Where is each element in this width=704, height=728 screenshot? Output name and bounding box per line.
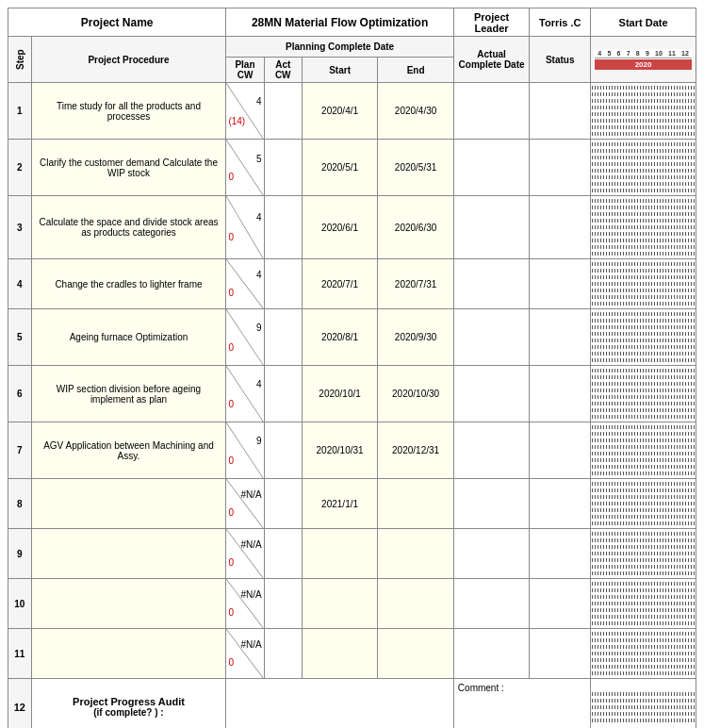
start-7: 2020/10/31 [302,422,377,479]
step-9: 9 [8,529,32,579]
svg-line-6 [226,422,263,478]
start-header: Start [302,58,377,83]
gantt-12 [591,679,696,729]
cw-cell-5: 9 0 [226,309,264,366]
procedure-9 [31,529,226,579]
end-5: 2020/9/30 [378,309,454,366]
actcw-7 [264,422,302,479]
actual-complete-date-header: Actual Complete Date [453,37,529,83]
end-9 [378,529,454,579]
procedure-4: Change the cradles to lighter frame [31,259,226,309]
procedure-6: WIP section division before ageing imple… [31,366,226,422]
table-row: 2 Clarify the customer demand Calculate … [8,140,696,196]
table-row: 5 Ageing furnace Optimization 9 0 2020/8… [8,309,696,366]
actcw-6 [264,366,302,422]
step-6: 6 [8,366,32,422]
gantt-6 [591,366,696,422]
cw-cell-9: #N/A 0 [226,529,264,579]
table-row: 4 Change the cradles to lighter frame 4 … [8,259,696,309]
gantt-3 [591,196,696,259]
procedure-10 [31,579,226,629]
status-11 [530,629,591,679]
status-8 [530,479,591,529]
step-header: Step [8,37,32,83]
cw-cell-2: 5 0 [226,140,264,196]
table-row: 1 Time study for all the products and pr… [8,83,696,140]
cw-cell-1: 4 (14) [226,83,264,140]
step-2: 2 [8,140,32,196]
project-audit-label: Project Progress Audit (if complete? ) : [31,679,226,729]
act-cw-header: Act CW [264,58,302,83]
actcw-11 [264,629,302,679]
status-1 [530,83,591,140]
start-5: 2020/8/1 [302,309,377,366]
actual-2 [453,140,529,196]
svg-line-4 [226,309,263,365]
start-4: 2020/7/1 [302,259,377,309]
gantt-4 [591,259,696,309]
actual-3 [453,196,529,259]
cw-cell-4: 4 0 [226,259,264,309]
cw-cell-7: 9 0 [226,422,264,479]
gantt-9 [591,529,696,579]
table-row: 3 Calculate the space and divide stock a… [8,196,696,259]
gantt-2 [591,140,696,196]
status-9 [530,529,591,579]
start-6: 2020/10/1 [302,366,377,422]
cw-cell-6: 4 0 [226,366,264,422]
procedure-5: Ageing furnace Optimization [31,309,226,366]
end-6: 2020/10/30 [378,366,454,422]
procedure-8 [31,479,226,529]
start-2: 2020/5/1 [302,140,377,196]
end-2: 2020/5/31 [378,140,454,196]
cw-cell-8: #N/A 0 [226,479,264,529]
step-7: 7 [8,422,32,479]
start-9 [302,529,377,579]
actcw-1 [264,83,302,140]
comment-cell: Comment : [453,679,590,729]
status-2 [530,140,591,196]
planning-complete-date-header: Planning Complete Date [226,37,453,58]
actual-1 [453,83,529,140]
start-11 [302,629,377,679]
actual-8 [453,479,529,529]
procedure-header: Project Procedure [31,37,226,83]
step-10: 10 [8,579,32,629]
gantt-1 [591,83,696,140]
svg-line-8 [226,529,263,578]
end-10 [378,579,454,629]
start-10 [302,579,377,629]
actcw-5 [264,309,302,366]
end-11 [378,629,454,679]
start-8: 2021/1/1 [302,479,377,529]
start-1: 2020/4/1 [302,83,377,140]
procedure-1: Time study for all the products and proc… [31,83,226,140]
svg-line-9 [226,579,263,628]
gantt-header: 456789101112 2020 [591,37,696,83]
project-leader-value: Torris .C [530,8,591,37]
actcw-8 [264,479,302,529]
actual-10 [453,579,529,629]
status-6 [530,366,591,422]
actcw-4 [264,259,302,309]
cw-cell-10: #N/A 0 [226,579,264,629]
audit-empty [226,679,453,729]
svg-line-0 [226,83,263,139]
project-leader-label: Project Leader [453,8,529,37]
cw-cell-11: #N/A 0 [226,629,264,679]
table-row: 7 AGV Application between Machining and … [8,422,696,479]
end-header: End [378,58,454,83]
status-3 [530,196,591,259]
actual-7 [453,422,529,479]
actual-5 [453,309,529,366]
table-row: 10 #N/A 0 [8,579,696,629]
step-3: 3 [8,196,32,259]
status-5 [530,309,591,366]
step-8: 8 [8,479,32,529]
procedure-11 [31,629,226,679]
gantt-5 [591,309,696,366]
gantt-8 [591,479,696,529]
step-4: 4 [8,259,32,309]
svg-line-3 [226,259,263,308]
actcw-3 [264,196,302,259]
